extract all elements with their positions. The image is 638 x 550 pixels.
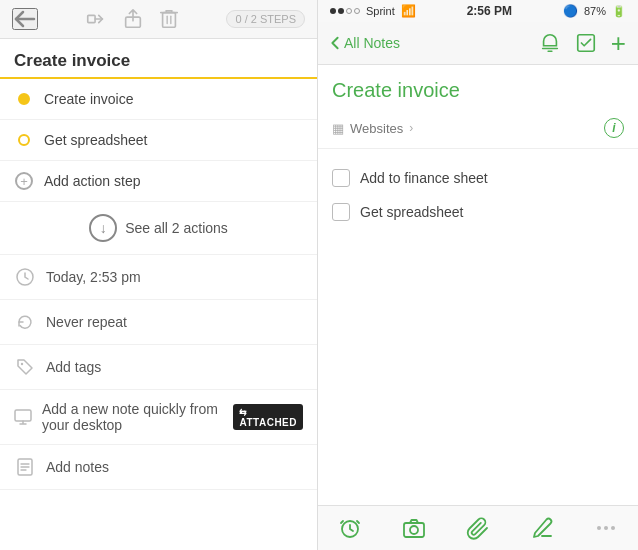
meta-item-date[interactable]: Today, 2:53 pm [0, 255, 317, 300]
websites-row: ▦ Websites › i [318, 112, 638, 149]
websites-chevron-icon: › [409, 121, 413, 135]
meta-item-notes[interactable]: Add notes [0, 445, 317, 490]
tag-icon [14, 356, 36, 378]
svg-rect-1 [88, 15, 95, 22]
meta-item-tags[interactable]: Add tags [0, 345, 317, 390]
action-item-create-invoice[interactable]: Create invoice [0, 79, 317, 120]
see-all-icon: ↓ [89, 214, 117, 242]
share-icon[interactable] [85, 8, 107, 30]
trash-icon[interactable] [159, 8, 179, 30]
dot-empty-icon [14, 130, 34, 150]
reminder-header-icon[interactable] [539, 32, 561, 54]
battery-icon: 🔋 [612, 5, 626, 18]
svg-rect-8 [15, 410, 31, 421]
signal-dot-4 [354, 8, 360, 14]
meta-item-desktop[interactable]: Add a new note quickly from your desktop… [0, 390, 317, 445]
clock-icon [14, 266, 36, 288]
attach-footer-icon[interactable] [466, 516, 490, 540]
right-panel: Sprint 📶 2:56 PM 🔵 87% 🔋 All Notes [318, 0, 638, 550]
checklist: Add to finance sheet Get spreadsheet [318, 149, 638, 241]
checkbox-get-spreadsheet[interactable] [332, 203, 350, 221]
more-footer-icon[interactable] [594, 516, 618, 540]
svg-point-7 [21, 363, 23, 365]
upload-icon[interactable] [123, 8, 143, 30]
signal-dot-3 [346, 8, 352, 14]
check-label: Add to finance sheet [360, 170, 488, 186]
action-item-text: Get spreadsheet [44, 132, 148, 148]
status-time: 2:56 PM [467, 4, 512, 18]
camera-footer-icon[interactable] [402, 516, 426, 540]
checkbox-add-finance[interactable] [332, 169, 350, 187]
meta-desktop-text: Add a new note quickly from your desktop [42, 401, 225, 433]
signal-dots [330, 8, 360, 14]
action-item-text: Add action step [44, 173, 141, 189]
wifi-icon: 📶 [401, 4, 416, 18]
repeat-icon [14, 311, 36, 333]
see-all-text: See all 2 actions [125, 220, 228, 236]
right-header-icons: + [539, 30, 626, 56]
edit-footer-icon[interactable] [530, 516, 554, 540]
checklist-item-add-finance[interactable]: Add to finance sheet [332, 161, 624, 195]
right-title: Create invoice [318, 65, 638, 112]
websites-grid-icon: ▦ [332, 121, 344, 136]
desktop-icon [14, 406, 32, 428]
signal-dot-1 [330, 8, 336, 14]
status-bar: Sprint 📶 2:56 PM 🔵 87% 🔋 [318, 0, 638, 22]
svg-rect-3 [163, 13, 176, 28]
checklist-header-icon[interactable] [575, 32, 597, 54]
attached-badge: ATTACHED [233, 404, 303, 430]
action-item-get-spreadsheet[interactable]: Get spreadsheet [0, 120, 317, 161]
right-footer [318, 505, 638, 550]
left-panel: 0 / 2 STEPS Create invoice Create invoic… [0, 0, 318, 550]
action-item-text: Create invoice [44, 91, 134, 107]
signal-dot-2 [338, 8, 344, 14]
info-icon[interactable]: i [604, 118, 624, 138]
meta-notes-text: Add notes [46, 459, 109, 475]
plus-circle-icon: + [14, 171, 34, 191]
meta-list: Today, 2:53 pm Never repeat Add tags [0, 255, 317, 490]
websites-link[interactable]: ▦ Websites › [332, 121, 413, 136]
dot-yellow-icon [14, 89, 34, 109]
checklist-item-get-spreadsheet[interactable]: Get spreadsheet [332, 195, 624, 229]
svg-point-14 [597, 526, 601, 530]
all-notes-back-button[interactable]: All Notes [330, 35, 400, 51]
left-header-icon-group [85, 8, 179, 30]
all-notes-label: All Notes [344, 35, 400, 51]
action-item-add-action-step[interactable]: + Add action step [0, 161, 317, 202]
left-title: Create invoice [0, 39, 317, 79]
svg-rect-12 [404, 523, 424, 537]
meta-tags-text: Add tags [46, 359, 101, 375]
alarm-footer-icon[interactable] [338, 516, 362, 540]
svg-point-15 [604, 526, 608, 530]
back-button[interactable] [12, 8, 38, 30]
bluetooth-icon: 🔵 [563, 4, 578, 18]
left-header: 0 / 2 STEPS [0, 0, 317, 39]
notes-icon [14, 456, 36, 478]
status-right: 🔵 87% 🔋 [563, 4, 626, 18]
steps-badge: 0 / 2 STEPS [226, 10, 305, 28]
battery-text: 87% [584, 5, 606, 17]
websites-label: Websites [350, 121, 403, 136]
check-label: Get spreadsheet [360, 204, 464, 220]
carrier-name: Sprint [366, 5, 395, 17]
svg-point-16 [611, 526, 615, 530]
action-list: Create invoice Get spreadsheet + Add act… [0, 79, 317, 202]
meta-date-text: Today, 2:53 pm [46, 269, 141, 285]
meta-item-repeat[interactable]: Never repeat [0, 300, 317, 345]
status-left: Sprint 📶 [330, 4, 416, 18]
svg-point-13 [410, 526, 418, 534]
right-header: All Notes + [318, 22, 638, 65]
add-header-icon[interactable]: + [611, 30, 626, 56]
see-all-actions-button[interactable]: ↓ See all 2 actions [0, 202, 317, 255]
meta-repeat-text: Never repeat [46, 314, 127, 330]
